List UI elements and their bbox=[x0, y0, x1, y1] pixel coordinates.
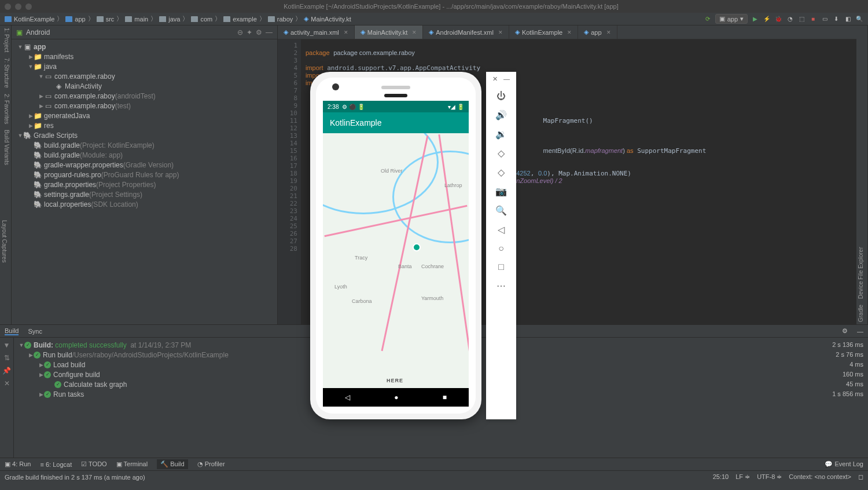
emu-close-icon[interactable]: ✕ bbox=[492, 75, 498, 83]
tree-item[interactable]: 🐘local.properties (SDK Location) bbox=[12, 199, 277, 209]
camera-icon[interactable]: 📷 bbox=[495, 186, 507, 197]
volume-up-icon[interactable]: 🔊 bbox=[495, 109, 507, 120]
collapse-icon[interactable]: ⊖ bbox=[237, 28, 243, 36]
project-tool-tab[interactable]: 1: Project bbox=[1, 28, 10, 52]
options-icon[interactable]: ✦ bbox=[247, 28, 252, 36]
gear-icon[interactable]: ⚙ bbox=[256, 28, 262, 36]
sync-icon[interactable]: ⟳ bbox=[704, 15, 712, 23]
minimize-window-icon[interactable] bbox=[15, 3, 21, 10]
crumb-com[interactable]: com bbox=[191, 16, 212, 23]
tree-item[interactable]: 🐘build.gradle (Project: KotlinExample) bbox=[12, 140, 277, 150]
app-bar: KotlinExample bbox=[323, 112, 469, 133]
project-panel: ▣ Android ⊖ ✦ ⚙ — ▼▣app▶📁manifests▼📁java… bbox=[12, 25, 278, 324]
rotate-right-icon[interactable]: ◇ bbox=[498, 167, 505, 178]
run-tool[interactable]: ▣ 4: Run bbox=[5, 460, 31, 468]
build-tab[interactable]: Build bbox=[5, 327, 19, 335]
todo-tool[interactable]: ☑ TODO bbox=[81, 460, 106, 468]
favorites-tool-tab[interactable]: 2: Favorites bbox=[1, 94, 10, 124]
tree-item[interactable]: ▼🐘Gradle Scripts bbox=[12, 130, 277, 140]
panel-title[interactable]: Android bbox=[26, 28, 50, 36]
maximize-window-icon[interactable] bbox=[25, 3, 32, 10]
tree-item[interactable]: ▶▭com.example.raboy (test) bbox=[12, 101, 277, 111]
overview-icon[interactable]: □ bbox=[498, 262, 504, 272]
tree-item[interactable]: ◈MainActivity bbox=[12, 81, 277, 91]
tree-item[interactable]: ▶📁generatedJava bbox=[12, 111, 277, 120]
hide-icon[interactable]: — bbox=[266, 28, 273, 36]
map-view[interactable]: Old River Lathrop Tracy Banta Carbona Ya… bbox=[323, 133, 469, 388]
expand-icon[interactable]: ▼ bbox=[3, 341, 10, 349]
editor-tab[interactable]: ◈KotlinExample✕ bbox=[509, 25, 578, 39]
gradle-tool-tab[interactable]: Gradle bbox=[858, 305, 866, 322]
tree-item[interactable]: ▶📁res bbox=[12, 120, 277, 130]
pin-icon[interactable]: 📌 bbox=[2, 367, 11, 375]
filter-icon[interactable]: ⇅ bbox=[4, 354, 10, 362]
editor-tab[interactable]: ◈MainActivity.kt✕ bbox=[355, 25, 423, 39]
attach-debugger-icon[interactable]: ⬚ bbox=[797, 15, 806, 23]
editor-tab[interactable]: ◈AndroidManifest.xml✕ bbox=[423, 25, 509, 39]
profile-icon[interactable]: ◔ bbox=[786, 15, 794, 23]
sync-tab[interactable]: Sync bbox=[28, 328, 42, 335]
crumb-file[interactable]: ◈MainActivity.kt bbox=[304, 15, 351, 23]
crumb-raboy[interactable]: raboy bbox=[268, 16, 293, 23]
avd-icon[interactable]: ▭ bbox=[821, 15, 829, 23]
nav-back-icon[interactable]: ◁ bbox=[345, 393, 350, 401]
settings-icon[interactable]: ⚙ bbox=[842, 327, 848, 335]
tree-item[interactable]: ▼▣app bbox=[12, 42, 277, 52]
build-variants-tool-tab[interactable]: Build Variants bbox=[1, 130, 10, 165]
crumb-project[interactable]: KotlinExample bbox=[5, 16, 54, 23]
power-icon[interactable]: ⏻ bbox=[496, 91, 506, 101]
build-times: 2 s 136 ms 2 s 76 ms4 ms160 ms45 ms1 s 8… bbox=[816, 338, 868, 458]
crumb-java[interactable]: java bbox=[159, 16, 180, 23]
tree-item[interactable]: ▼📁java bbox=[12, 61, 277, 71]
layout-captures-tab[interactable]: Layout Captures bbox=[1, 220, 8, 262]
tree-item[interactable]: 🐘proguard-rules.pro (ProGuard Rules for … bbox=[12, 170, 277, 180]
memory-indicator[interactable]: ◻ bbox=[858, 473, 863, 481]
nav-home-icon[interactable]: ● bbox=[394, 393, 398, 401]
device-explorer-tool-tab[interactable]: Device File Explorer bbox=[858, 247, 866, 299]
tree-item[interactable]: 🐘gradle.properties (Project Properties) bbox=[12, 180, 277, 189]
context-indicator[interactable]: Context: <no context> bbox=[789, 473, 851, 481]
rotate-left-icon[interactable]: ◇ bbox=[498, 148, 505, 159]
android-view-icon[interactable]: ▣ bbox=[16, 28, 23, 36]
tree-item[interactable]: 🐘gradle-wrapper.properties (Gradle Versi… bbox=[12, 160, 277, 170]
hide-panel-icon[interactable]: — bbox=[857, 328, 863, 335]
home-icon[interactable]: ○ bbox=[498, 243, 504, 254]
close-icon[interactable]: ✕ bbox=[4, 379, 10, 387]
crumb-src[interactable]: src bbox=[97, 16, 115, 23]
sdk-icon[interactable]: ⬇ bbox=[832, 15, 840, 23]
tree-item[interactable]: 🐘build.gradle (Module: app) bbox=[12, 150, 277, 160]
phone-screen[interactable]: 2:38 ⚙ ⚫ 🔋 ▾◢ 🔋 KotlinExample Old River … bbox=[323, 101, 469, 407]
encoding[interactable]: UTF-8 ≑ bbox=[757, 473, 782, 481]
crumb-main[interactable]: main bbox=[125, 16, 148, 23]
build-tool[interactable]: 🔨 Build bbox=[157, 459, 188, 469]
editor-tab[interactable]: ◈activity_main.xml✕ bbox=[278, 25, 355, 39]
run-config-selector[interactable]: ▣ app ▾ bbox=[715, 14, 748, 24]
line-ending[interactable]: LF ≑ bbox=[735, 473, 750, 481]
zoom-icon[interactable]: 🔍 bbox=[495, 205, 507, 216]
tree-item[interactable]: ▶▭com.example.raboy (androidTest) bbox=[12, 91, 277, 101]
search-icon[interactable]: 🔍 bbox=[855, 15, 863, 23]
close-window-icon[interactable] bbox=[5, 3, 11, 10]
more-icon[interactable]: ⋯ bbox=[496, 280, 506, 291]
crumb-app[interactable]: app bbox=[65, 16, 85, 23]
stop-icon[interactable]: ■ bbox=[809, 15, 817, 23]
profiler-tool[interactable]: ◔ Profiler bbox=[197, 460, 225, 468]
crumb-example[interactable]: example bbox=[223, 16, 257, 23]
volume-down-icon[interactable]: 🔉 bbox=[495, 129, 507, 140]
apply-changes-icon[interactable]: ⚡ bbox=[763, 15, 771, 23]
run-icon[interactable]: ▶ bbox=[751, 15, 759, 23]
nav-recents-icon[interactable]: ■ bbox=[443, 393, 447, 401]
logcat-tool[interactable]: ≡ 6: Logcat bbox=[40, 461, 72, 468]
debug-icon[interactable]: 🐞 bbox=[774, 15, 782, 23]
editor-tab[interactable]: ◈app✕ bbox=[578, 25, 617, 39]
back-icon[interactable]: ◁ bbox=[498, 224, 505, 235]
tree-item[interactable]: ▶📁manifests bbox=[12, 52, 277, 61]
layout-inspector-icon[interactable]: ◧ bbox=[844, 15, 852, 23]
terminal-tool[interactable]: ▣ Terminal bbox=[116, 460, 148, 468]
tree-item[interactable]: ▼▭com.example.raboy bbox=[12, 71, 277, 81]
emu-minimize-icon[interactable]: — bbox=[503, 75, 510, 83]
tree-item[interactable]: 🐘settings.gradle (Project Settings) bbox=[12, 189, 277, 199]
event-log-tool[interactable]: 💬 Event Log bbox=[825, 460, 863, 468]
structure-tool-tab[interactable]: 7: Structure bbox=[1, 58, 10, 88]
cursor-position[interactable]: 25:10 bbox=[713, 473, 729, 481]
